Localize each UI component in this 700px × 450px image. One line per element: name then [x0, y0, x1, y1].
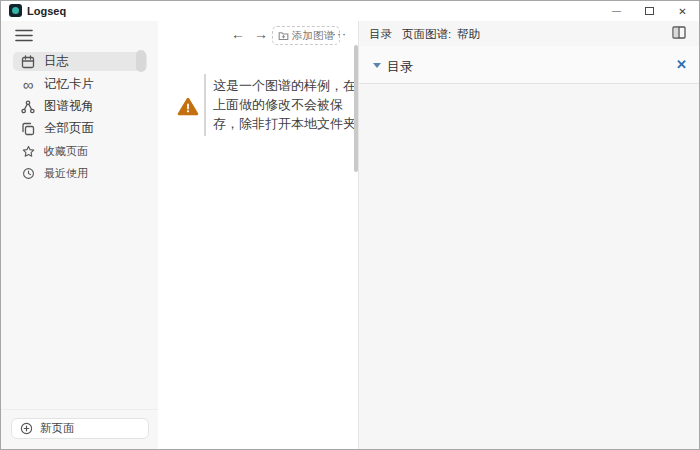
left-sidebar: 日志 ∞ 记忆卡片 图谱视角 全部页面: [1, 21, 158, 449]
sidebar-item-favorites[interactable]: 收藏页面: [13, 142, 147, 161]
pages-icon: [21, 122, 35, 136]
history-icon: [21, 167, 35, 181]
minimize-button[interactable]: —: [600, 1, 633, 21]
main-content: ← → 添加图谱 ··· 这是一个图谱的样例，在上面做的修改不会被保存，除非打开…: [158, 21, 358, 449]
sidebar-item-label: 全部页面: [44, 120, 94, 137]
titlebar: Logseq — ✕: [1, 1, 699, 21]
app-window: Logseq — ✕ 日志 ∞: [0, 0, 700, 450]
star-icon: [21, 145, 35, 159]
new-page-label: 新页面: [40, 421, 75, 436]
collapse-caret-icon[interactable]: [373, 63, 381, 68]
sidebar-item-recent[interactable]: 最近使用: [13, 164, 147, 183]
calendar-icon: [21, 55, 35, 69]
folder-plus-icon: [278, 30, 289, 41]
warning-message[interactable]: 这是一个图谱的样例，在上面做的修改不会被保存，除非打开本地文件夹: [213, 76, 363, 133]
sidebar-scrollbar-thumb[interactable]: [136, 50, 146, 72]
app-title: Logseq: [27, 5, 66, 17]
sidebar-item-label: 记忆卡片: [44, 76, 94, 93]
forward-button[interactable]: →: [254, 26, 268, 42]
main-toolbar: ← → 添加图谱 ···: [158, 26, 358, 46]
contents-section-title[interactable]: 目录: [387, 58, 413, 76]
page-graph-link[interactable]: 页面图谱:: [402, 27, 451, 42]
new-page-button[interactable]: 新页面: [11, 418, 149, 439]
sidebar-footer: 新页面: [1, 409, 158, 449]
more-options-button[interactable]: ···: [332, 27, 347, 41]
graph-icon: [21, 100, 35, 114]
block-quote-line: [204, 74, 206, 136]
sidebar-item-all-pages[interactable]: 全部页面: [13, 119, 147, 138]
flashcards-icon: ∞: [21, 78, 35, 92]
sidebar-item-journals[interactable]: 日志: [13, 52, 147, 71]
toggle-right-sidebar-icon[interactable]: [672, 26, 686, 39]
help-link[interactable]: 帮助: [457, 27, 480, 42]
add-graph-label: 添加图谱: [292, 29, 334, 43]
contents-link[interactable]: 目录: [369, 27, 392, 42]
sidebar-item-label: 最近使用: [44, 166, 88, 181]
right-sidebar-header: 目录 页面图谱: 帮助: [359, 21, 699, 46]
sidebar-item-label: 图谱视角: [44, 98, 94, 115]
right-sidebar: 目录 页面图谱: 帮助 目录 ✕: [358, 21, 699, 449]
plus-circle-icon: [20, 422, 33, 435]
add-graph-button[interactable]: 添加图谱: [272, 26, 340, 45]
window-controls: — ✕: [600, 1, 699, 21]
contents-section: 目录 ✕: [359, 46, 699, 84]
sidebar-item-label: 收藏页面: [44, 144, 88, 159]
maximize-icon: [645, 7, 654, 15]
warning-icon: [177, 97, 199, 117]
menu-icon[interactable]: [15, 28, 33, 43]
sidebar-item-label: 日志: [44, 53, 69, 70]
close-section-icon[interactable]: ✕: [676, 57, 687, 72]
close-button[interactable]: ✕: [666, 1, 699, 21]
sidebar-item-flashcards[interactable]: ∞ 记忆卡片: [13, 75, 147, 94]
back-button[interactable]: ←: [231, 26, 245, 42]
maximize-button[interactable]: [633, 1, 666, 21]
sidebar-item-graph-view[interactable]: 图谱视角: [13, 97, 147, 116]
logseq-logo-icon: [9, 4, 22, 17]
